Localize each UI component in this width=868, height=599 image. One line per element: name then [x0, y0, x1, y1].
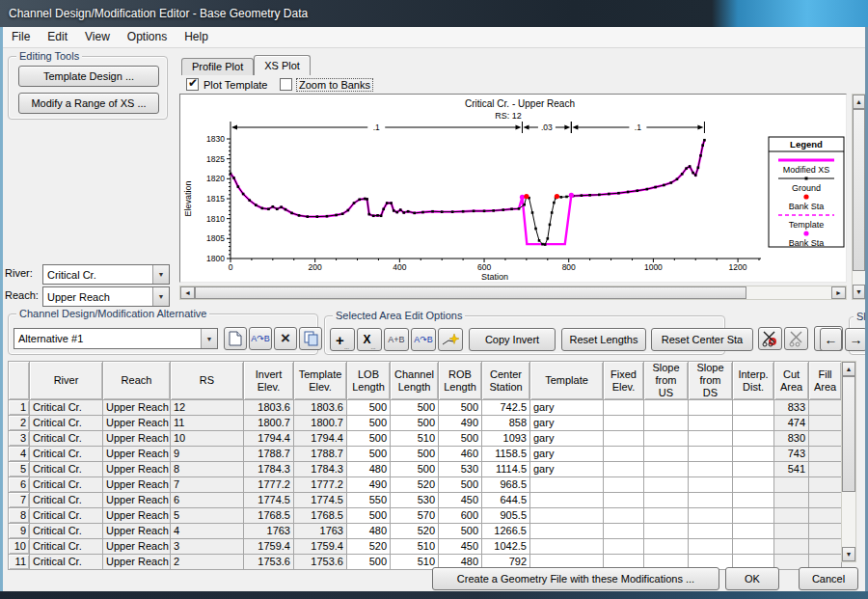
add-xs-button[interactable]: +... — [330, 328, 355, 351]
cell[interactable] — [689, 477, 733, 493]
cell[interactable] — [733, 477, 774, 493]
copy-invert-button[interactable]: Copy Invert — [469, 328, 556, 351]
river-select[interactable]: Critical Cr. ▼ — [42, 264, 170, 285]
cell[interactable] — [604, 493, 644, 508]
new-alternative-button[interactable] — [224, 327, 247, 350]
alternative-select[interactable]: Alternative #1 ▼ — [14, 328, 218, 349]
cell[interactable]: 644.5 — [482, 493, 530, 508]
cell[interactable] — [644, 477, 689, 493]
cell[interactable]: 1093 — [482, 431, 530, 447]
cell[interactable]: gary — [530, 416, 604, 431]
menu-options[interactable]: Options — [119, 27, 176, 47]
cell[interactable]: 500 — [391, 416, 439, 431]
cut-inactive-button[interactable] — [784, 327, 808, 350]
cell[interactable] — [604, 539, 644, 555]
cell[interactable] — [733, 493, 774, 508]
chevron-down-icon[interactable]: ▼ — [201, 329, 217, 348]
titlebar[interactable]: Channel Design/Modification Editor - Bas… — [0, 0, 868, 27]
cell[interactable] — [604, 524, 644, 539]
cell[interactable] — [644, 431, 689, 447]
cell[interactable] — [689, 416, 733, 431]
cell[interactable]: 905.5 — [482, 508, 530, 524]
scroll-down-icon[interactable]: ▼ — [853, 285, 865, 299]
reset-center-sta-button[interactable]: Reset Center Sta — [651, 328, 753, 351]
cell[interactable]: 1042.5 — [482, 539, 530, 555]
scroll-up-icon[interactable]: ▲ — [853, 95, 865, 109]
cell[interactable]: 1266.5 — [482, 524, 530, 539]
v-scroll-thumb[interactable] — [853, 109, 865, 271]
cell[interactable] — [644, 524, 689, 539]
cell[interactable] — [689, 508, 733, 524]
cell[interactable] — [644, 447, 689, 462]
menu-help[interactable]: Help — [176, 27, 217, 47]
cell[interactable] — [604, 508, 644, 524]
cell[interactable]: 500 — [347, 431, 391, 447]
cell[interactable]: 530 — [391, 493, 439, 508]
cell[interactable]: gary — [530, 447, 604, 462]
modify-range-button[interactable]: Modify a Range of XS ... — [18, 93, 159, 114]
cell[interactable] — [733, 447, 774, 462]
cell[interactable] — [530, 539, 604, 555]
cell[interactable]: 510 — [391, 431, 439, 447]
cell[interactable] — [530, 508, 604, 524]
cell[interactable] — [530, 477, 604, 493]
scroll-right-icon[interactable]: ► — [831, 286, 846, 299]
cell[interactable]: 500 — [439, 400, 482, 416]
cut-active-button[interactable] — [758, 327, 782, 350]
cell[interactable]: 520 — [347, 539, 391, 555]
cell[interactable] — [689, 400, 733, 416]
shift-center-right-button[interactable]: → — [845, 328, 867, 351]
scroll-up-icon[interactable]: ▲ — [842, 362, 855, 376]
interpolate-button[interactable] — [438, 328, 463, 351]
cell[interactable]: gary — [530, 400, 604, 416]
copy-alternative-button[interactable] — [299, 327, 322, 350]
cell[interactable] — [689, 539, 733, 555]
cell[interactable]: 550 — [347, 493, 391, 508]
cell[interactable]: 500 — [439, 477, 482, 493]
cell[interactable] — [604, 400, 644, 416]
cell[interactable] — [530, 524, 604, 539]
chart-v-scrollbar[interactable]: ▲ ▼ — [852, 94, 866, 300]
cell[interactable]: 520 — [391, 477, 439, 493]
cell[interactable] — [689, 493, 733, 508]
cell[interactable]: 500 — [391, 400, 439, 416]
tab-profile-plot[interactable]: Profile Plot — [181, 58, 254, 75]
cell[interactable]: 858 — [482, 416, 530, 431]
plot-template-checkbox[interactable]: ✔ Plot Template — [186, 78, 267, 91]
cell[interactable]: 1158.5 — [482, 447, 530, 462]
cell[interactable]: 500 — [347, 508, 391, 524]
reach-select[interactable]: Upper Reach ▼ — [42, 286, 170, 307]
cell[interactable] — [604, 462, 644, 477]
delete-alternative-button[interactable]: × — [274, 327, 297, 350]
cell[interactable]: 490 — [347, 477, 391, 493]
cell[interactable]: 480 — [347, 462, 391, 477]
cell[interactable]: 450 — [439, 493, 482, 508]
ok-button[interactable]: OK — [725, 567, 779, 590]
cell[interactable]: gary — [530, 462, 604, 477]
cell[interactable]: 500 — [391, 447, 439, 462]
chevron-down-icon[interactable]: ▼ — [152, 287, 169, 306]
cell[interactable] — [530, 493, 604, 508]
cell[interactable]: 450 — [439, 539, 482, 555]
cell[interactable] — [733, 431, 774, 447]
create-geometry-file-button[interactable]: Create a Geometry File with these Modifi… — [432, 567, 719, 590]
cell[interactable]: 570 — [391, 508, 439, 524]
cell[interactable] — [733, 416, 774, 431]
cell[interactable] — [644, 416, 689, 431]
cell[interactable] — [689, 524, 733, 539]
cell[interactable]: 500 — [347, 400, 391, 416]
add-range-button[interactable]: A+B — [384, 328, 409, 351]
cell[interactable]: 480 — [347, 524, 391, 539]
cell[interactable]: 520 — [391, 524, 439, 539]
cell[interactable]: 500 — [347, 416, 391, 431]
cell[interactable] — [644, 539, 689, 555]
rename-alternative-button[interactable]: A↷B — [249, 327, 272, 350]
cell[interactable] — [733, 508, 774, 524]
cell[interactable]: 500 — [347, 555, 391, 570]
menu-edit[interactable]: Edit — [39, 27, 76, 47]
zoom-to-banks-checkbox[interactable]: Zoom to Banks — [280, 78, 372, 91]
cell[interactable] — [604, 477, 644, 493]
cell[interactable]: 500 — [439, 431, 482, 447]
table-scroll-thumb[interactable] — [842, 376, 855, 492]
cell[interactable]: 460 — [439, 447, 482, 462]
